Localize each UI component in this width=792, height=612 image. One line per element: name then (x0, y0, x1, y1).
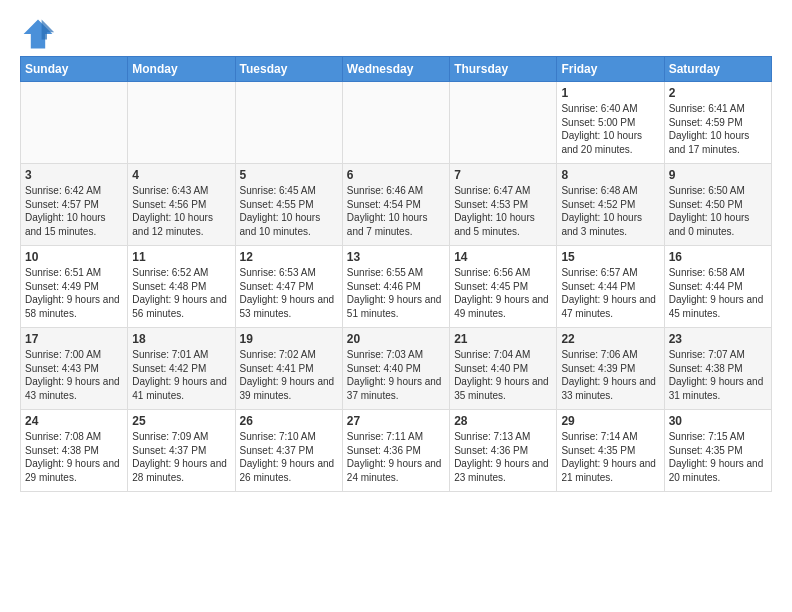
day-number: 4 (132, 168, 230, 182)
day-cell: 30Sunrise: 7:15 AM Sunset: 4:35 PM Dayli… (664, 410, 771, 492)
day-cell: 3Sunrise: 6:42 AM Sunset: 4:57 PM Daylig… (21, 164, 128, 246)
day-info: Sunrise: 6:51 AM Sunset: 4:49 PM Dayligh… (25, 266, 123, 320)
header-cell-sunday: Sunday (21, 57, 128, 82)
week-row-1: 1Sunrise: 6:40 AM Sunset: 5:00 PM Daylig… (21, 82, 772, 164)
day-number: 10 (25, 250, 123, 264)
header-row: SundayMondayTuesdayWednesdayThursdayFrid… (21, 57, 772, 82)
day-info: Sunrise: 6:57 AM Sunset: 4:44 PM Dayligh… (561, 266, 659, 320)
day-info: Sunrise: 6:58 AM Sunset: 4:44 PM Dayligh… (669, 266, 767, 320)
day-info: Sunrise: 7:03 AM Sunset: 4:40 PM Dayligh… (347, 348, 445, 402)
day-number: 16 (669, 250, 767, 264)
day-cell: 2Sunrise: 6:41 AM Sunset: 4:59 PM Daylig… (664, 82, 771, 164)
day-cell: 4Sunrise: 6:43 AM Sunset: 4:56 PM Daylig… (128, 164, 235, 246)
day-cell: 28Sunrise: 7:13 AM Sunset: 4:36 PM Dayli… (450, 410, 557, 492)
header-cell-monday: Monday (128, 57, 235, 82)
day-info: Sunrise: 6:43 AM Sunset: 4:56 PM Dayligh… (132, 184, 230, 238)
day-number: 2 (669, 86, 767, 100)
day-number: 7 (454, 168, 552, 182)
day-number: 19 (240, 332, 338, 346)
day-number: 1 (561, 86, 659, 100)
day-cell: 15Sunrise: 6:57 AM Sunset: 4:44 PM Dayli… (557, 246, 664, 328)
day-number: 27 (347, 414, 445, 428)
day-number: 25 (132, 414, 230, 428)
day-cell: 27Sunrise: 7:11 AM Sunset: 4:36 PM Dayli… (342, 410, 449, 492)
day-cell: 6Sunrise: 6:46 AM Sunset: 4:54 PM Daylig… (342, 164, 449, 246)
day-cell (342, 82, 449, 164)
day-cell: 24Sunrise: 7:08 AM Sunset: 4:38 PM Dayli… (21, 410, 128, 492)
day-number: 20 (347, 332, 445, 346)
logo-icon (20, 16, 56, 52)
day-cell (450, 82, 557, 164)
header-cell-tuesday: Tuesday (235, 57, 342, 82)
day-number: 6 (347, 168, 445, 182)
day-info: Sunrise: 6:42 AM Sunset: 4:57 PM Dayligh… (25, 184, 123, 238)
day-cell: 13Sunrise: 6:55 AM Sunset: 4:46 PM Dayli… (342, 246, 449, 328)
day-number: 21 (454, 332, 552, 346)
header-cell-friday: Friday (557, 57, 664, 82)
day-info: Sunrise: 6:55 AM Sunset: 4:46 PM Dayligh… (347, 266, 445, 320)
day-cell: 7Sunrise: 6:47 AM Sunset: 4:53 PM Daylig… (450, 164, 557, 246)
day-cell: 22Sunrise: 7:06 AM Sunset: 4:39 PM Dayli… (557, 328, 664, 410)
day-number: 23 (669, 332, 767, 346)
day-cell (21, 82, 128, 164)
svg-marker-1 (42, 20, 55, 40)
day-cell: 19Sunrise: 7:02 AM Sunset: 4:41 PM Dayli… (235, 328, 342, 410)
day-number: 13 (347, 250, 445, 264)
week-row-4: 17Sunrise: 7:00 AM Sunset: 4:43 PM Dayli… (21, 328, 772, 410)
week-row-2: 3Sunrise: 6:42 AM Sunset: 4:57 PM Daylig… (21, 164, 772, 246)
day-number: 17 (25, 332, 123, 346)
day-cell: 18Sunrise: 7:01 AM Sunset: 4:42 PM Dayli… (128, 328, 235, 410)
svg-marker-0 (24, 20, 53, 49)
day-info: Sunrise: 7:11 AM Sunset: 4:36 PM Dayligh… (347, 430, 445, 484)
day-number: 18 (132, 332, 230, 346)
day-info: Sunrise: 6:46 AM Sunset: 4:54 PM Dayligh… (347, 184, 445, 238)
day-info: Sunrise: 6:48 AM Sunset: 4:52 PM Dayligh… (561, 184, 659, 238)
day-info: Sunrise: 7:15 AM Sunset: 4:35 PM Dayligh… (669, 430, 767, 484)
day-number: 30 (669, 414, 767, 428)
day-cell: 1Sunrise: 6:40 AM Sunset: 5:00 PM Daylig… (557, 82, 664, 164)
day-cell (128, 82, 235, 164)
day-number: 5 (240, 168, 338, 182)
day-info: Sunrise: 7:04 AM Sunset: 4:40 PM Dayligh… (454, 348, 552, 402)
day-cell: 16Sunrise: 6:58 AM Sunset: 4:44 PM Dayli… (664, 246, 771, 328)
day-info: Sunrise: 7:14 AM Sunset: 4:35 PM Dayligh… (561, 430, 659, 484)
day-number: 12 (240, 250, 338, 264)
day-cell: 23Sunrise: 7:07 AM Sunset: 4:38 PM Dayli… (664, 328, 771, 410)
header-cell-thursday: Thursday (450, 57, 557, 82)
day-info: Sunrise: 6:47 AM Sunset: 4:53 PM Dayligh… (454, 184, 552, 238)
logo (20, 16, 62, 52)
day-number: 11 (132, 250, 230, 264)
header-cell-wednesday: Wednesday (342, 57, 449, 82)
day-info: Sunrise: 7:01 AM Sunset: 4:42 PM Dayligh… (132, 348, 230, 402)
day-cell: 20Sunrise: 7:03 AM Sunset: 4:40 PM Dayli… (342, 328, 449, 410)
day-number: 3 (25, 168, 123, 182)
week-row-5: 24Sunrise: 7:08 AM Sunset: 4:38 PM Dayli… (21, 410, 772, 492)
day-number: 14 (454, 250, 552, 264)
day-cell: 25Sunrise: 7:09 AM Sunset: 4:37 PM Dayli… (128, 410, 235, 492)
day-cell (235, 82, 342, 164)
day-number: 8 (561, 168, 659, 182)
day-info: Sunrise: 6:53 AM Sunset: 4:47 PM Dayligh… (240, 266, 338, 320)
day-cell: 9Sunrise: 6:50 AM Sunset: 4:50 PM Daylig… (664, 164, 771, 246)
day-info: Sunrise: 7:09 AM Sunset: 4:37 PM Dayligh… (132, 430, 230, 484)
day-cell: 12Sunrise: 6:53 AM Sunset: 4:47 PM Dayli… (235, 246, 342, 328)
day-cell: 26Sunrise: 7:10 AM Sunset: 4:37 PM Dayli… (235, 410, 342, 492)
week-row-3: 10Sunrise: 6:51 AM Sunset: 4:49 PM Dayli… (21, 246, 772, 328)
day-cell: 17Sunrise: 7:00 AM Sunset: 4:43 PM Dayli… (21, 328, 128, 410)
day-number: 26 (240, 414, 338, 428)
day-number: 15 (561, 250, 659, 264)
day-cell: 11Sunrise: 6:52 AM Sunset: 4:48 PM Dayli… (128, 246, 235, 328)
day-info: Sunrise: 6:45 AM Sunset: 4:55 PM Dayligh… (240, 184, 338, 238)
day-info: Sunrise: 7:02 AM Sunset: 4:41 PM Dayligh… (240, 348, 338, 402)
day-cell: 21Sunrise: 7:04 AM Sunset: 4:40 PM Dayli… (450, 328, 557, 410)
day-cell: 8Sunrise: 6:48 AM Sunset: 4:52 PM Daylig… (557, 164, 664, 246)
calendar-table: SundayMondayTuesdayWednesdayThursdayFrid… (20, 56, 772, 492)
day-info: Sunrise: 6:52 AM Sunset: 4:48 PM Dayligh… (132, 266, 230, 320)
day-cell: 10Sunrise: 6:51 AM Sunset: 4:49 PM Dayli… (21, 246, 128, 328)
day-number: 29 (561, 414, 659, 428)
day-number: 24 (25, 414, 123, 428)
day-info: Sunrise: 7:00 AM Sunset: 4:43 PM Dayligh… (25, 348, 123, 402)
day-info: Sunrise: 6:40 AM Sunset: 5:00 PM Dayligh… (561, 102, 659, 156)
day-info: Sunrise: 6:56 AM Sunset: 4:45 PM Dayligh… (454, 266, 552, 320)
header-cell-saturday: Saturday (664, 57, 771, 82)
